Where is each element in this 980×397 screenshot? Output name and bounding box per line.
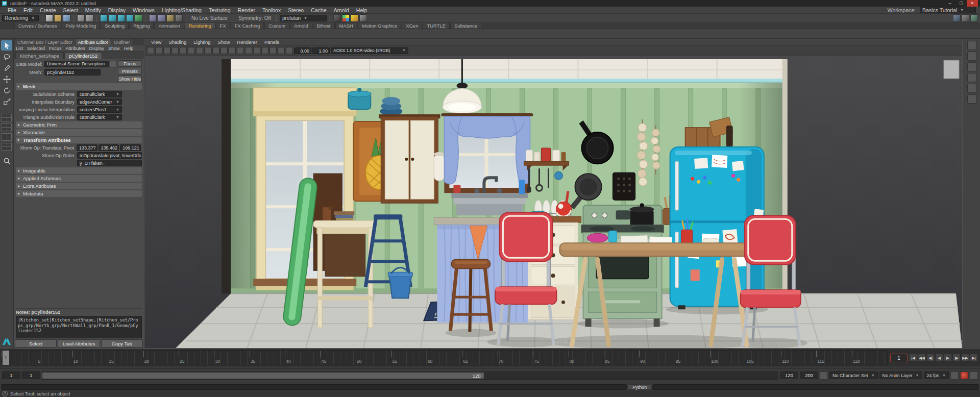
render-current-frame-icon[interactable] bbox=[342, 14, 350, 22]
ae-menu-focus[interactable]: Focus bbox=[49, 46, 62, 51]
snap-to-plane-icon[interactable] bbox=[126, 14, 134, 22]
focus-button[interactable]: Focus bbox=[118, 60, 142, 67]
layout-single-pane-button[interactable] bbox=[2, 114, 12, 121]
snap-to-curve-icon[interactable] bbox=[109, 14, 116, 22]
gate-mask-icon[interactable] bbox=[180, 47, 187, 54]
symmetry-label[interactable]: Symmetry: Off bbox=[236, 15, 273, 21]
playback-button-7[interactable]: ▶| bbox=[970, 354, 978, 362]
section-imageable[interactable]: Imageable bbox=[16, 167, 142, 174]
command-language-toggle[interactable]: Python bbox=[628, 384, 651, 390]
select-tool-button[interactable] bbox=[1, 40, 12, 51]
menu-modify[interactable]: Modify bbox=[82, 7, 105, 13]
shelf-tab-custom[interactable]: Custom bbox=[264, 22, 289, 29]
frame-tick-110[interactable]: 110 bbox=[781, 351, 816, 365]
resolution-gate-icon[interactable] bbox=[172, 47, 179, 54]
shelf-tab-animation[interactable]: Animation bbox=[154, 22, 184, 29]
ae-menu-display[interactable]: Display bbox=[89, 46, 105, 51]
playback-button-0[interactable]: |◀ bbox=[909, 354, 917, 362]
paint-select-tool-button[interactable] bbox=[1, 63, 12, 73]
motion-blur-icon[interactable] bbox=[261, 47, 268, 54]
menu-display[interactable]: Display bbox=[105, 7, 129, 13]
notes-textarea[interactable]: |Kitchen_set|Kitchen_setShape,|Kitchen_s… bbox=[16, 316, 142, 338]
tool-settings-toggle-icon[interactable] bbox=[962, 14, 969, 22]
open-render-view-icon[interactable] bbox=[333, 14, 341, 22]
save-scene-icon[interactable] bbox=[63, 14, 70, 22]
animation-preferences-icon[interactable] bbox=[970, 371, 978, 380]
film-gate-icon[interactable] bbox=[163, 47, 170, 54]
construction-history-icon[interactable] bbox=[166, 14, 174, 22]
output-connections-icon[interactable] bbox=[158, 14, 165, 22]
layout-hypershade-button[interactable] bbox=[2, 143, 12, 151]
frame-tick-5[interactable]: 5 bbox=[37, 351, 72, 365]
blue-bucket[interactable] bbox=[388, 267, 412, 298]
frame-tick-120[interactable]: 120 bbox=[852, 351, 887, 365]
viewport-menu-lighting[interactable]: Lighting bbox=[190, 39, 213, 45]
ae-menu-help[interactable]: Help bbox=[124, 46, 134, 51]
playback-button-6[interactable]: ▶▶ bbox=[961, 354, 969, 362]
pivot-y-field[interactable]: 135.462 bbox=[99, 144, 119, 151]
undo-icon[interactable] bbox=[77, 14, 85, 22]
triangle-subdivision-dropdown[interactable]: catmullClark▼ bbox=[77, 114, 122, 120]
input-connections-icon[interactable] bbox=[149, 14, 157, 22]
menu-stereo[interactable]: Stereo bbox=[284, 7, 307, 13]
menu-texturing[interactable]: Texturing bbox=[205, 7, 234, 13]
shelf-tab-arnold[interactable]: Arnold bbox=[290, 22, 312, 29]
graph-editor-toggle-icon[interactable] bbox=[967, 52, 976, 61]
scale-tool-button[interactable] bbox=[1, 96, 12, 107]
shelf-tab-turtle[interactable]: TURTLE bbox=[423, 22, 450, 29]
move-tool-button[interactable] bbox=[1, 74, 12, 84]
frame-tick-70[interactable]: 70 bbox=[498, 351, 533, 365]
shelf-tab-sculpting[interactable]: Sculpting bbox=[101, 22, 129, 29]
shelf-tab-fx[interactable]: FX bbox=[216, 22, 230, 29]
pivot-z-field[interactable]: 199.121 bbox=[120, 144, 141, 151]
exposure-field[interactable]: 0.00 bbox=[294, 47, 311, 54]
load-attributes-button[interactable]: Load Attributes bbox=[58, 339, 100, 348]
channel-box-toggle-icon[interactable] bbox=[970, 14, 978, 22]
playback-end-field[interactable]: 120 bbox=[780, 371, 798, 379]
viewport-menu-shading[interactable]: Shading bbox=[165, 39, 189, 45]
interpolate-boundary-dropdown[interactable]: edgeAndCorner▼ bbox=[77, 98, 122, 105]
frame-tick-25[interactable]: 25 bbox=[179, 351, 214, 365]
frame-tick-75[interactable]: 75 bbox=[533, 351, 568, 365]
kitchen-window[interactable] bbox=[441, 113, 533, 215]
shelf-tab-poly-modeling[interactable]: Poly Modeling bbox=[62, 22, 101, 29]
playback-start-field[interactable]: 1 bbox=[2, 371, 20, 379]
highlight-selection-icon[interactable] bbox=[175, 14, 183, 22]
zoom-magnifier-tool-button[interactable] bbox=[1, 156, 12, 166]
frame-tick-10[interactable]: 10 bbox=[72, 351, 108, 365]
anim-layer-selector[interactable]: No Anim Layer▼ bbox=[879, 371, 922, 379]
redo-icon[interactable] bbox=[86, 14, 93, 22]
ae-menu-list[interactable]: List bbox=[16, 46, 23, 51]
select-button[interactable]: Select bbox=[15, 339, 57, 348]
render-settings-icon[interactable] bbox=[359, 14, 367, 22]
playback-speed-icon[interactable] bbox=[950, 371, 959, 380]
menu-lighting-shading[interactable]: Lighting/Shading bbox=[158, 7, 205, 13]
frame-tick-100[interactable]: 100 bbox=[710, 351, 745, 365]
shelf-tab-curves-surfaces[interactable]: Curves / Surfaces bbox=[14, 22, 61, 29]
frame-tick-35[interactable]: 35 bbox=[250, 351, 285, 365]
minimize-button[interactable]: – bbox=[944, 0, 955, 7]
menu-select[interactable]: Select bbox=[60, 7, 82, 13]
workspace-selector[interactable]: Basics Tutorial▼ bbox=[920, 7, 976, 13]
screen-space-ao-icon[interactable] bbox=[253, 47, 260, 54]
time-slider-track[interactable]: 0510152025303540455055606570758085909510… bbox=[1, 350, 888, 365]
frame-tick-55[interactable]: 55 bbox=[391, 351, 426, 365]
frame-tick-90[interactable]: 90 bbox=[639, 351, 674, 365]
menu-create[interactable]: Create bbox=[36, 7, 60, 13]
frame-tick-15[interactable]: 15 bbox=[108, 351, 143, 365]
shelf-tab-motion-graphics[interactable]: Motion Graphics bbox=[358, 22, 401, 29]
ae-menu-attributes[interactable]: Attributes bbox=[66, 46, 85, 51]
tab-pcylinder152[interactable]: pCylinder152 bbox=[64, 52, 102, 59]
shelf-tab-substance[interactable]: Substance bbox=[450, 22, 481, 29]
section-geometric-prim[interactable]: Geometric Prim bbox=[16, 121, 142, 128]
frame-tick-65[interactable]: 65 bbox=[462, 351, 497, 365]
frame-tick-45[interactable]: 45 bbox=[321, 351, 356, 365]
section-metadata[interactable]: Metadata bbox=[16, 190, 142, 197]
menu-cache[interactable]: Cache bbox=[307, 7, 330, 13]
xray-mode-icon[interactable] bbox=[286, 47, 293, 54]
section-applied-schemas[interactable]: Applied Schemas bbox=[16, 175, 142, 182]
auto-keyframe-toggle-icon[interactable] bbox=[960, 371, 968, 380]
help-icon[interactable]: ? bbox=[2, 391, 8, 396]
snap-to-point-icon[interactable] bbox=[117, 14, 125, 22]
frame-tick-20[interactable]: 20 bbox=[143, 351, 179, 365]
